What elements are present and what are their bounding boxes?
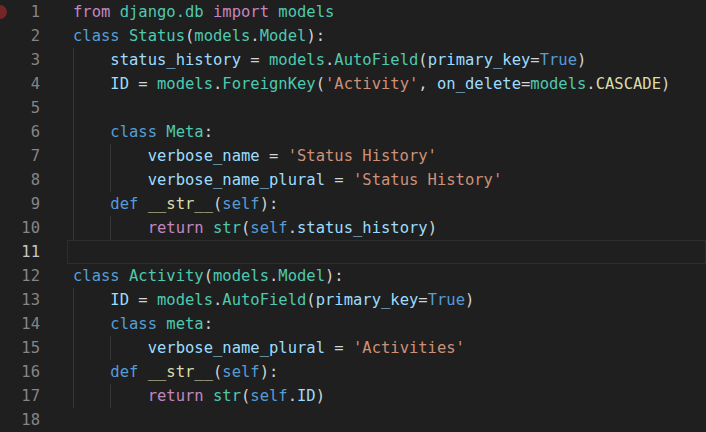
token-control: from (73, 3, 110, 21)
line-number[interactable]: 11 (0, 240, 40, 264)
line-number[interactable]: 10 (0, 216, 40, 240)
token-plain (73, 219, 148, 237)
code-text[interactable]: return str(self.ID) (73, 384, 325, 408)
line-number[interactable]: 18 (0, 408, 40, 432)
token-plain: ( (241, 219, 250, 237)
token-plain (73, 51, 110, 69)
token-variable: verbose_name_plural (148, 171, 325, 189)
token-plain: . (288, 387, 297, 405)
code-text[interactable]: def __str__(self): (73, 192, 278, 216)
token-type: Status (129, 27, 185, 45)
line-number[interactable]: 9 (0, 192, 40, 216)
code-line[interactable]: 5 (0, 96, 706, 120)
token-plain (73, 75, 110, 93)
token-type: models (157, 291, 213, 309)
token-variable: verbose_name_plural (148, 339, 325, 357)
code-line[interactable]: 4 ID = models.ForeignKey('Activity', on_… (0, 72, 706, 96)
line-number[interactable]: 14 (0, 312, 40, 336)
token-plain: . (325, 51, 334, 69)
code-line[interactable]: 13 ID = models.AutoField(primary_key=Tru… (0, 288, 706, 312)
code-text[interactable]: verbose_name_plural = 'Activities' (73, 336, 465, 360)
token-variable: ID (110, 291, 129, 309)
token-function: __str__ (148, 195, 213, 213)
code-line[interactable]: 10 return str(self.status_history) (0, 216, 706, 240)
code-text[interactable]: class meta: (73, 312, 213, 336)
line-number[interactable]: 13 (0, 288, 40, 312)
token-variable: on_delete (437, 75, 521, 93)
token-plain: . (586, 75, 595, 93)
code-text[interactable]: status_history = models.AutoField(primar… (73, 48, 586, 72)
token-keyword: self (222, 363, 259, 381)
token-keyword: def (110, 363, 138, 381)
token-plain (157, 123, 166, 141)
token-variable: primary_key (316, 291, 419, 309)
code-line[interactable]: 18 (0, 408, 706, 432)
line-number[interactable]: 3 (0, 48, 40, 72)
token-plain (73, 291, 110, 309)
token-variable: primary_key (428, 51, 531, 69)
code-line[interactable]: 11 (0, 240, 706, 264)
code-text[interactable]: verbose_name_plural = 'Status History' (73, 168, 502, 192)
token-type: models (278, 3, 334, 21)
code-line[interactable]: 15 verbose_name_plural = 'Activities' (0, 336, 706, 360)
code-line[interactable]: 7 verbose_name = 'Status History' (0, 144, 706, 168)
token-type: AutoField (222, 291, 306, 309)
token-type: models (157, 75, 213, 93)
code-text[interactable]: from django.db import models (73, 0, 334, 24)
token-plain: ) (465, 291, 474, 309)
line-number[interactable]: 1 (0, 0, 40, 24)
token-plain: . (213, 75, 222, 93)
line-number[interactable]: 5 (0, 96, 40, 120)
line-number[interactable]: 4 (0, 72, 40, 96)
token-plain (73, 147, 148, 165)
token-type: AutoField (334, 51, 418, 69)
code-text[interactable]: return str(self.status_history) (73, 216, 437, 240)
token-plain (73, 171, 148, 189)
token-plain (73, 387, 148, 405)
token-plain: ) (428, 219, 437, 237)
token-keyword: True (428, 291, 465, 309)
code-text[interactable]: verbose_name = 'Status History' (73, 144, 437, 168)
token-plain (204, 3, 213, 21)
line-number[interactable]: 8 (0, 168, 40, 192)
token-plain: = (325, 171, 353, 189)
token-type: str (213, 219, 241, 237)
token-plain: = (521, 75, 530, 93)
code-text[interactable]: ID = models.ForeignKey('Activity', on_de… (73, 72, 670, 96)
code-area[interactable]: 1from django.db import models2class Stat… (0, 0, 706, 432)
line-number[interactable]: 17 (0, 384, 40, 408)
token-type: models (194, 27, 250, 45)
token-control: return (148, 219, 204, 237)
token-plain: = (260, 147, 288, 165)
token-plain (73, 195, 110, 213)
line-number[interactable]: 16 (0, 360, 40, 384)
code-text[interactable]: ID = models.AutoField(primary_key=True) (73, 288, 474, 312)
code-line[interactable]: 16 def __str__(self): (0, 360, 706, 384)
code-text[interactable]: class Meta: (73, 120, 213, 144)
token-plain: ( (185, 27, 194, 45)
line-number[interactable]: 6 (0, 120, 40, 144)
code-line[interactable]: 9 def __str__(self): (0, 192, 706, 216)
code-text[interactable]: class Status(models.Model): (73, 24, 325, 48)
token-control: import (213, 3, 269, 21)
line-number[interactable]: 15 (0, 336, 40, 360)
code-line[interactable]: 12class Activity(models.Model): (0, 264, 706, 288)
token-variable: status_history (110, 51, 241, 69)
token-type: Model (260, 27, 307, 45)
code-line[interactable]: 3 status_history = models.AutoField(prim… (0, 48, 706, 72)
token-plain: ( (213, 195, 222, 213)
line-number[interactable]: 2 (0, 24, 40, 48)
code-line[interactable]: 1from django.db import models (0, 0, 706, 24)
code-text[interactable]: class Activity(models.Model): (73, 264, 344, 288)
code-line[interactable]: 17 return str(self.ID) (0, 384, 706, 408)
code-line[interactable]: 8 verbose_name_plural = 'Status History' (0, 168, 706, 192)
code-line[interactable]: 6 class Meta: (0, 120, 706, 144)
token-plain: : (204, 123, 213, 141)
token-plain: ( (241, 387, 250, 405)
line-number[interactable]: 12 (0, 264, 40, 288)
line-number[interactable]: 7 (0, 144, 40, 168)
token-plain: . (250, 27, 259, 45)
code-line[interactable]: 2class Status(models.Model): (0, 24, 706, 48)
code-line[interactable]: 14 class meta: (0, 312, 706, 336)
code-text[interactable]: def __str__(self): (73, 360, 278, 384)
